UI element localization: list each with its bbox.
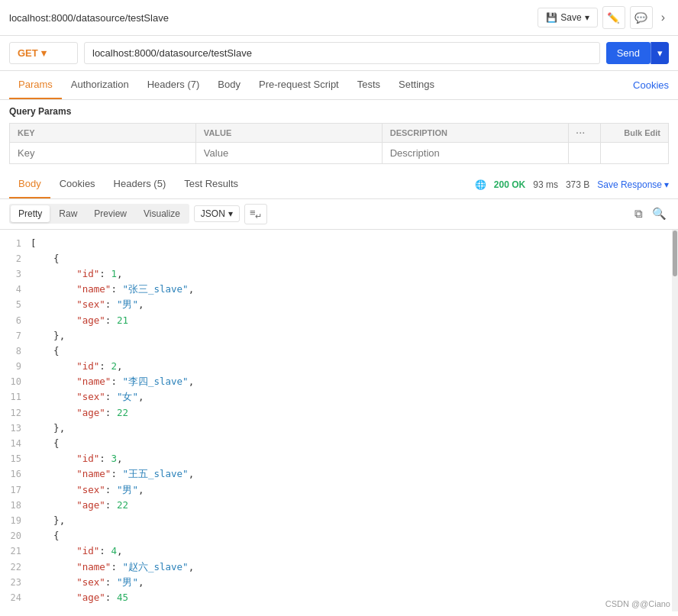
code-line: 8 { (0, 343, 678, 359)
line-number: 15 (0, 451, 31, 466)
query-params-section: Query Params KEY VALUE DESCRIPTION ··· B… (0, 100, 678, 170)
request-url-title: localhost:8000/datasource/testSlave (9, 12, 169, 24)
line-content: }, (31, 421, 678, 436)
line-content: [ (31, 236, 678, 251)
code-wrapper: 1[2 {3 "id": 1,4 "name": "张三_slave",5 "s… (0, 230, 678, 612)
tab-params[interactable]: Params (9, 71, 62, 99)
code-line: 5 "sex": "男", (0, 297, 678, 312)
request-bar: GET ▾ Send ▾ (0, 36, 678, 71)
tab-headers[interactable]: Headers (7) (138, 71, 209, 99)
line-content: "name": "张三_slave", (31, 282, 678, 297)
line-content: "name": "李四_slave", (31, 374, 678, 389)
code-line: 23 "sex": "男", (0, 575, 678, 590)
col-more: ··· (568, 124, 601, 143)
method-select[interactable]: GET ▾ (9, 42, 78, 64)
response-toolbar: Pretty Raw Preview Visualize JSON ▾ ≡↵ ⧉… (0, 199, 678, 230)
method-dropdown-icon: ▾ (41, 47, 47, 59)
tab-pre-request-script[interactable]: Pre-request Script (250, 71, 348, 99)
view-pretty-button[interactable]: Pretty (11, 205, 50, 222)
save-response-button[interactable]: Save Response ▾ (597, 179, 669, 190)
format-label: JSON (201, 208, 225, 219)
code-line: 20 { (0, 528, 678, 543)
tab-settings[interactable]: Settings (389, 71, 444, 99)
view-raw-button[interactable]: Raw (51, 205, 85, 222)
tab-tests[interactable]: Tests (348, 71, 389, 99)
line-number: 7 (0, 328, 31, 343)
line-content: }, (31, 513, 678, 528)
col-description: DESCRIPTION (382, 124, 568, 143)
url-input[interactable] (84, 42, 600, 64)
line-number: 4 (0, 282, 31, 297)
scrollbar[interactable] (672, 230, 678, 612)
line-content: "id": 2, (31, 359, 678, 374)
response-tab-body[interactable]: Body (9, 170, 50, 198)
code-line: 11 "sex": "女", (0, 389, 678, 405)
key-input[interactable] (18, 147, 188, 159)
send-dropdown-button[interactable]: ▾ (651, 42, 669, 64)
line-number: 14 (0, 436, 31, 451)
response-tab-test-results[interactable]: Test Results (175, 170, 247, 198)
code-line: 3 "id": 1, (0, 266, 678, 282)
code-line: 22 "name": "赵六_slave", (0, 560, 678, 575)
view-preview-button[interactable]: Preview (86, 205, 134, 222)
tab-authorization[interactable]: Authorization (62, 71, 138, 99)
line-number: 6 (0, 313, 31, 328)
value-input[interactable] (204, 147, 374, 159)
send-button[interactable]: Send (606, 42, 651, 64)
line-number: 20 (0, 528, 31, 543)
line-content: "id": 1, (31, 266, 678, 282)
code-line: 17 "sex": "男", (0, 482, 678, 498)
col-bulk-edit[interactable]: Bulk Edit (601, 124, 669, 143)
line-content: "sex": "男", (31, 482, 678, 498)
response-tab-cookies[interactable]: Cookies (50, 170, 105, 198)
line-number: 5 (0, 297, 31, 312)
code-line: 15 "id": 3, (0, 451, 678, 466)
line-number: 3 (0, 266, 31, 282)
response-tabs-bar: Body Cookies Headers (5) Test Results 🌐 … (0, 170, 678, 199)
line-number: 17 (0, 482, 31, 498)
code-line: 18 "age": 22 (0, 498, 678, 513)
save-response-label: Save Response (597, 179, 662, 190)
line-content: "age": 22 (31, 405, 678, 421)
code-line: 4 "name": "张三_slave", (0, 282, 678, 297)
line-number: 8 (0, 343, 31, 359)
format-select[interactable]: JSON ▾ (194, 205, 240, 222)
line-number: 18 (0, 498, 31, 513)
tabs-right: Cookies (633, 79, 669, 91)
response-tab-headers[interactable]: Headers (5) (105, 170, 176, 198)
top-bar-actions: 💾 Save ▾ ✏️ 💬 › (538, 6, 669, 29)
line-number: 9 (0, 359, 31, 374)
save-button[interactable]: 💾 Save ▾ (538, 8, 597, 27)
line-number: 19 (0, 513, 31, 528)
code-line: 21 "id": 4, (0, 543, 678, 559)
wrap-button[interactable]: ≡↵ (244, 204, 268, 224)
view-mode-group: Pretty Raw Preview Visualize (9, 204, 189, 224)
line-number: 10 (0, 374, 31, 389)
response-size: 373 B (566, 179, 589, 190)
search-button[interactable]: 🔍 (650, 205, 669, 223)
tab-body[interactable]: Body (208, 71, 250, 99)
line-content: "id": 4, (31, 543, 678, 559)
copy-button[interactable]: ⧉ (632, 205, 645, 223)
line-number: 16 (0, 466, 31, 482)
save-response-dropdown-icon: ▾ (664, 179, 669, 190)
line-content: "age": 21 (31, 313, 678, 328)
send-button-group: Send ▾ (606, 42, 669, 64)
line-number: 2 (0, 251, 31, 266)
comment-icon-button[interactable]: 💬 (630, 6, 653, 29)
line-number: 13 (0, 421, 31, 436)
description-input[interactable] (390, 147, 560, 159)
code-line: 6 "age": 21 (0, 313, 678, 328)
edit-icon-button[interactable]: ✏️ (602, 6, 625, 29)
line-content: }, (31, 328, 678, 343)
status-badge: 200 OK (494, 179, 525, 190)
line-number: 22 (0, 560, 31, 575)
collapse-panel-button[interactable]: › (657, 7, 669, 28)
cookies-link[interactable]: Cookies (633, 79, 669, 91)
line-content: { (31, 528, 678, 543)
code-line: 12 "age": 22 (0, 405, 678, 421)
request-tabs: Params Authorization Headers (7) Body Pr… (0, 71, 678, 100)
format-dropdown-icon: ▾ (228, 208, 233, 219)
view-visualize-button[interactable]: Visualize (136, 205, 188, 222)
line-content: { (31, 436, 678, 451)
